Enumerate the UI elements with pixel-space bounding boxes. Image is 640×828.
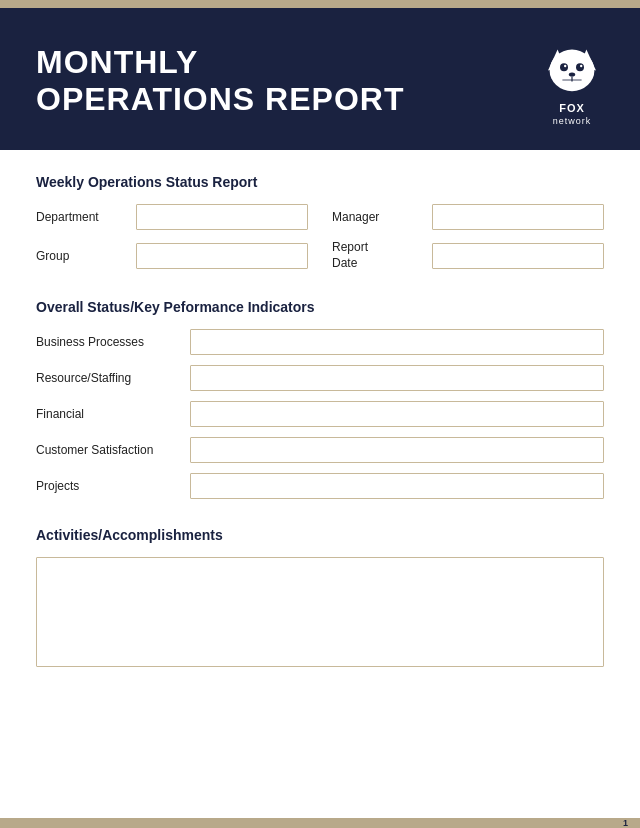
svg-point-4	[576, 63, 584, 71]
activities-textarea[interactable]	[36, 557, 604, 667]
kpi-title: Overall Status/Key Peformance Indicators	[36, 299, 604, 315]
main-content: Weekly Operations Status Report Departme…	[0, 150, 640, 818]
report-date-row: ReportDate	[332, 240, 604, 271]
kpi-resource-staffing-label: Resource/Staffing	[36, 371, 176, 385]
page-number: 1	[623, 818, 628, 828]
svg-point-6	[580, 65, 582, 67]
title-line1: MONTHLY	[36, 44, 198, 80]
weekly-status-title: Weekly Operations Status Report	[36, 174, 604, 190]
page-header: MONTHLY OPERATIONS REPORT FOXnetwork	[0, 8, 640, 150]
kpi-resource-staffing-row: Resource/Staffing	[36, 365, 604, 391]
fox-logo-icon	[540, 36, 604, 100]
kpi-projects-label: Projects	[36, 479, 176, 493]
svg-point-5	[564, 65, 566, 67]
top-accent-bar	[0, 0, 640, 8]
manager-label: Manager	[332, 210, 422, 224]
kpi-projects-row: Projects	[36, 473, 604, 499]
kpi-financial-input[interactable]	[190, 401, 604, 427]
manager-row: Manager	[332, 204, 604, 230]
svg-point-2	[550, 50, 595, 92]
report-date-input[interactable]	[432, 243, 604, 269]
kpi-customer-satisfaction-input[interactable]	[190, 437, 604, 463]
department-input[interactable]	[136, 204, 308, 230]
form-grid: Department Manager Group ReportDate	[36, 204, 604, 271]
svg-point-3	[560, 63, 568, 71]
kpi-customer-satisfaction-label: Customer Satisfaction	[36, 443, 176, 457]
title-line2: OPERATIONS REPORT	[36, 81, 404, 117]
kpi-business-processes-input[interactable]	[190, 329, 604, 355]
kpi-customer-satisfaction-row: Customer Satisfaction	[36, 437, 604, 463]
kpi-financial-label: Financial	[36, 407, 176, 421]
kpi-section: Overall Status/Key Peformance Indicators…	[36, 299, 604, 499]
kpi-financial-row: Financial	[36, 401, 604, 427]
kpi-business-processes-row: Business Processes	[36, 329, 604, 355]
manager-input[interactable]	[432, 204, 604, 230]
group-label: Group	[36, 249, 126, 263]
group-row: Group	[36, 240, 308, 271]
kpi-resource-staffing-input[interactable]	[190, 365, 604, 391]
logo-container: FOXnetwork	[540, 36, 604, 126]
bottom-accent-bar: 1	[0, 818, 640, 828]
weekly-status-section: Weekly Operations Status Report Departme…	[36, 174, 604, 271]
fox-network-label: FOXnetwork	[553, 102, 592, 126]
activities-section: Activities/Accomplishments	[36, 527, 604, 671]
kpi-business-processes-label: Business Processes	[36, 335, 176, 349]
department-label: Department	[36, 210, 126, 224]
department-row: Department	[36, 204, 308, 230]
svg-point-7	[569, 72, 575, 76]
report-date-label: ReportDate	[332, 240, 422, 271]
group-input[interactable]	[136, 243, 308, 269]
page-title: MONTHLY OPERATIONS REPORT	[36, 44, 404, 118]
kpi-projects-input[interactable]	[190, 473, 604, 499]
activities-title: Activities/Accomplishments	[36, 527, 604, 543]
